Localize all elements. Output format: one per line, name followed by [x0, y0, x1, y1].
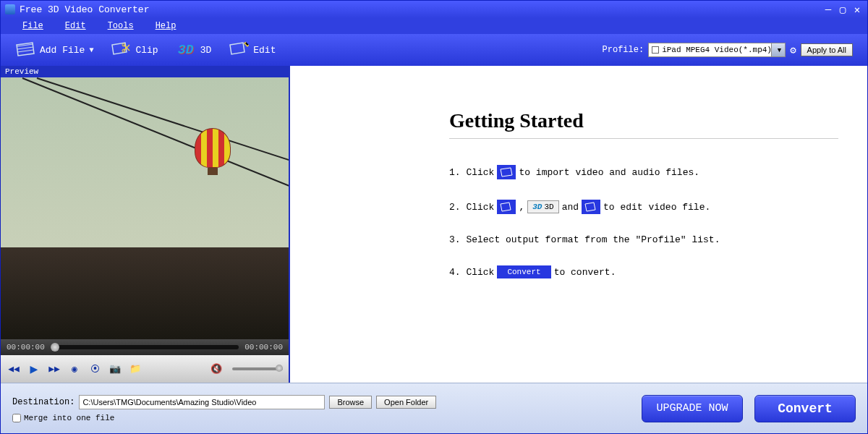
- convert-button[interactable]: Convert: [754, 395, 856, 422]
- scissors-icon: [111, 41, 131, 59]
- volume-slider[interactable]: [232, 367, 283, 370]
- bottom-bar: Destination: Browse Open Folder Merge in…: [1, 383, 867, 433]
- app-window: Free 3D Video Converter ― ▢ ✕ File Edit …: [0, 0, 868, 434]
- merge-label: Merge into one file: [24, 414, 114, 422]
- getting-started-heading: Getting Started: [449, 109, 838, 139]
- profile-select[interactable]: iPad MPEG4 Video(*.mp4) ▼: [648, 43, 786, 57]
- preview-label: Preview: [1, 66, 289, 77]
- step-3: 3. Select output format from the "Profil…: [449, 234, 838, 245]
- 3d-button[interactable]: 3D 3D: [176, 41, 212, 59]
- next-button[interactable]: ⦿: [88, 362, 102, 376]
- time-current: 00:00:00: [7, 343, 45, 352]
- fast-forward-button[interactable]: ▶▶: [47, 362, 61, 376]
- clip-button[interactable]: Clip: [111, 41, 158, 59]
- edit-label: Edit: [253, 45, 276, 56]
- stop-button[interactable]: ◉: [67, 362, 82, 376]
- edit-button[interactable]: Edit: [229, 41, 276, 59]
- menu-help[interactable]: Help: [156, 21, 176, 31]
- maximize-button[interactable]: ▢: [837, 4, 848, 15]
- profile-value: iPad MPEG4 Video(*.mp4): [662, 46, 772, 54]
- 3d-label: 3D: [200, 45, 212, 56]
- open-folder-button[interactable]: Open Folder: [376, 396, 436, 409]
- preview-video[interactable]: [1, 77, 289, 339]
- clip-label: Clip: [135, 45, 158, 56]
- add-file-label: Add File: [40, 45, 85, 56]
- main-area: Preview 00:00:00 00:00:00 ◀◀ ▶ ▶▶: [1, 66, 867, 383]
- seek-slider[interactable]: [51, 345, 239, 349]
- balloon-image: [195, 128, 231, 175]
- snapshot-button[interactable]: 📷: [108, 362, 122, 376]
- player-controls: ◀◀ ▶ ▶▶ ◉ ⦿ 📷 📁 🔇: [1, 355, 289, 383]
- step-2: 2. Click , 3D3D and to edit video file.: [449, 200, 838, 214]
- step-1: 1. Click to import video and audio files…: [449, 165, 838, 179]
- merge-checkbox[interactable]: [12, 414, 21, 422]
- toolbar: Add File ▼ Clip 3D 3D Edit Profile:: [1, 34, 867, 66]
- mini-3d-button: 3D3D: [527, 200, 558, 213]
- settings-gear-icon[interactable]: ⚙: [790, 44, 796, 56]
- getting-started-panel: Getting Started 1. Click to import video…: [290, 66, 867, 383]
- mini-convert-button: Convert: [497, 265, 550, 278]
- menubar: File Edit Tools Help: [1, 18, 867, 34]
- destination-label: Destination:: [12, 397, 75, 407]
- menu-file[interactable]: File: [22, 21, 43, 31]
- dropdown-arrow-icon: ▼: [89, 46, 93, 54]
- minimize-button[interactable]: ―: [822, 4, 834, 15]
- preview-panel: Preview 00:00:00 00:00:00 ◀◀ ▶ ▶▶: [1, 66, 290, 383]
- profile-device-icon: [652, 46, 659, 54]
- play-button[interactable]: ▶: [27, 362, 41, 376]
- 3d-icon: 3D: [176, 41, 196, 59]
- menu-edit[interactable]: Edit: [65, 21, 86, 31]
- open-snapshot-folder-button[interactable]: 📁: [128, 362, 142, 376]
- mute-button[interactable]: 🔇: [209, 362, 224, 376]
- apply-to-all-button[interactable]: Apply to All: [801, 43, 853, 56]
- chevron-down-icon: ▼: [778, 47, 781, 54]
- menu-tools[interactable]: Tools: [108, 21, 134, 31]
- app-title: Free 3D Video Converter: [20, 4, 149, 15]
- close-button[interactable]: ✕: [851, 4, 863, 15]
- step-4: 4. Click Convert to convert.: [449, 265, 838, 278]
- mini-clip-icon: [497, 200, 516, 214]
- film-icon: [15, 41, 35, 59]
- upgrade-now-button[interactable]: UPGRADE NOW: [642, 395, 743, 422]
- seekbar: 00:00:00 00:00:00: [1, 339, 289, 355]
- edit-film-icon: [229, 41, 249, 59]
- profile-label: Profile:: [603, 45, 644, 55]
- add-file-button[interactable]: Add File ▼: [15, 41, 93, 59]
- time-total: 00:00:00: [244, 343, 283, 352]
- destination-input[interactable]: [79, 395, 325, 409]
- browse-button[interactable]: Browse: [329, 396, 372, 409]
- mini-edit-icon: [582, 200, 600, 214]
- mini-add-file-icon: [497, 165, 516, 179]
- app-icon: [5, 4, 15, 14]
- titlebar: Free 3D Video Converter ― ▢ ✕: [1, 1, 867, 18]
- rewind-button[interactable]: ◀◀: [7, 362, 21, 376]
